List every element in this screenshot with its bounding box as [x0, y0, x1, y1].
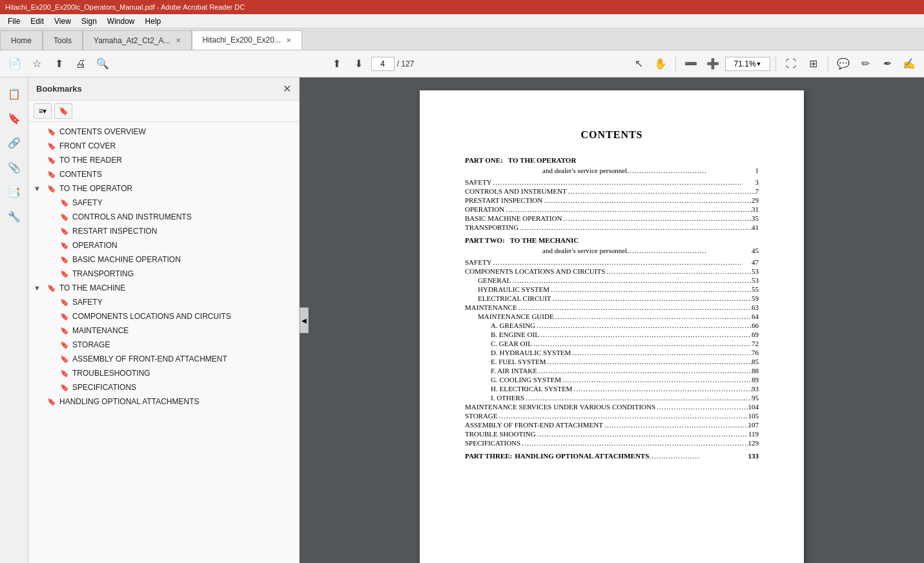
toc-entry-label: BASIC MACHINE OPERATION: [465, 214, 562, 222]
print-button[interactable]: 🖨: [71, 54, 90, 74]
bookmark-storage[interactable]: 🔖 STORAGE: [28, 338, 299, 352]
bookmark-specifications[interactable]: 🔖 SPECIFICATIONS: [28, 380, 299, 394]
bookmark-icon-7: 🔖: [59, 213, 70, 221]
menu-file[interactable]: File: [3, 15, 25, 27]
toc-entry-page: 59: [752, 294, 759, 302]
zoom-dropdown-icon[interactable]: ▼: [756, 61, 762, 67]
comment-button[interactable]: 💬: [834, 54, 853, 74]
toc-entry: I. OTHERS ..............................…: [465, 394, 759, 402]
bookmark-assembly[interactable]: 🔖 ASSEMBLY OF FRONT-END ATTACHMENT: [28, 352, 299, 366]
tab-hitachi-close[interactable]: ✕: [286, 37, 291, 44]
next-page-button[interactable]: ⬇: [349, 54, 369, 74]
sidebar-collapse-button[interactable]: ◀: [300, 307, 309, 333]
tab-home[interactable]: Home: [0, 30, 43, 50]
tab-yamaha-close[interactable]: ✕: [176, 37, 181, 44]
bookmark-basic-machine[interactable]: 🔖 BASIC MACHINE OPERATION: [28, 252, 299, 267]
toc-entry-dots: ........................................…: [567, 187, 755, 195]
toc-entry-label: CONTROLS AND INSTRUMENT: [465, 187, 567, 195]
sidebar-add-bookmark-button[interactable]: 🔖: [54, 103, 72, 119]
bookmark-front-cover[interactable]: 🔖 FRONT COVER: [28, 139, 299, 153]
bookmark-to-the-reader[interactable]: 🔖 TO THE READER: [28, 153, 299, 167]
bookmark-contents[interactable]: 🔖 CONTENTS: [28, 167, 299, 181]
pdf-page: CONTENTS PART ONE: TO THE OPERATOR and d…: [420, 90, 804, 563]
bookmark-button[interactable]: ☆: [27, 54, 46, 74]
sidebar-menu-button[interactable]: ≡▾: [34, 103, 52, 119]
bookmark-safety-1[interactable]: 🔖 SAFETY: [28, 196, 299, 210]
sign-button[interactable]: ✍: [899, 54, 919, 74]
share-button[interactable]: ⬆: [49, 54, 68, 74]
sidebar-close-button[interactable]: ✕: [283, 83, 291, 95]
menu-help[interactable]: Help: [140, 15, 167, 27]
bookmark-maintenance[interactable]: 🔖 MAINTENANCE: [28, 323, 299, 338]
tab-hitachi[interactable]: Hitachi_Ex200_Ex20... ✕: [192, 30, 302, 50]
toc-entry-label: TRANSPORTING: [465, 223, 518, 231]
page-total: / 127: [397, 59, 415, 68]
toc-entry-page: 47: [752, 258, 759, 266]
bookmark-icon-16: 🔖: [59, 341, 70, 349]
draw-button[interactable]: ✒: [878, 54, 897, 74]
toc-entry-page: 35: [752, 214, 759, 222]
left-layers-icon[interactable]: 🔗: [3, 132, 25, 154]
bookmark-troubleshooting[interactable]: 🔖 TROUBLESHOOTING: [28, 366, 299, 380]
bm-toggle-machine[interactable]: ▼: [34, 284, 44, 292]
toc-entry-dots: ........................................…: [542, 196, 752, 204]
left-tool-icon[interactable]: 🔧: [3, 205, 25, 227]
toc-entry-dots: ........................................…: [518, 223, 752, 231]
zoom-in-button[interactable]: ➕: [703, 54, 723, 74]
menu-edit[interactable]: Edit: [25, 15, 49, 27]
bookmark-to-the-machine[interactable]: ▼ 🔖 TO THE MACHINE: [28, 281, 299, 295]
bookmark-components[interactable]: 🔖 COMPONENTS LOCATIONS AND CIRCUITS: [28, 309, 299, 323]
main-area: 📋 🔖 🔗 📎 📑 🔧 Bookmarks ✕ ≡▾ 🔖 🔖 CONTENTS …: [0, 77, 924, 563]
bookmark-to-the-operator[interactable]: ▼ 🔖 TO THE OPERATOR: [28, 181, 299, 196]
menu-window[interactable]: Window: [102, 15, 140, 27]
part-three-title: HANDLING OPTIONAL ATTACHMENTS: [515, 452, 649, 460]
toc-entry-dots: ........................................…: [655, 403, 748, 411]
bm-toggle-operator[interactable]: ▼: [34, 185, 44, 192]
find-button[interactable]: 🔍: [93, 54, 112, 74]
sidebar-toolbar: ≡▾ 🔖: [28, 101, 299, 122]
toc-entry-dots: ........................................…: [571, 349, 752, 356]
hand-tool[interactable]: ✋: [651, 54, 670, 74]
toc-entry: CONTROLS AND INSTRUMENT ................…: [465, 187, 759, 195]
toc-entry-page: 85: [752, 358, 759, 365]
left-new-icon[interactable]: 📋: [3, 83, 25, 105]
toc-entry: H. ELECTRICAL SYSTEM ...................…: [465, 385, 759, 393]
toc-entry: SAFETY .................................…: [465, 258, 759, 266]
left-pages-icon[interactable]: 📑: [3, 181, 25, 203]
menu-bar: File Edit View Sign Window Help: [0, 14, 924, 28]
bm-label-18: TROUBLESHOOTING: [72, 369, 294, 378]
bookmark-icon-6: 🔖: [59, 199, 70, 207]
bookmark-icon-19: 🔖: [59, 384, 70, 392]
prev-page-button[interactable]: ⬆: [327, 54, 347, 74]
bookmark-handling-optional[interactable]: 🔖 HANDLING OPTIONAL ATTACHMENTS: [28, 394, 299, 409]
zoom-display[interactable]: 71.1% ▼: [725, 57, 770, 71]
toc-entry-label: B. ENGINE OIL: [491, 331, 539, 338]
bookmark-controls[interactable]: 🔖 CONTROLS AND INSTRUMENTS: [28, 210, 299, 224]
bm-label-3: TO THE READER: [59, 156, 294, 165]
view-options-button[interactable]: ⊞: [803, 54, 823, 74]
bookmark-transporting[interactable]: 🔖 TRANSPORTING: [28, 267, 299, 281]
tab-yamaha[interactable]: Yamaha_At2_Ct2_A... ✕: [83, 30, 192, 50]
part-two-sub: and dealer's service personnel: [542, 247, 627, 254]
bookmark-restart[interactable]: 🔖 RESTART INSPECTION: [28, 224, 299, 238]
fit-page-button[interactable]: ⛶: [781, 54, 801, 74]
bookmark-operation[interactable]: 🔖 OPERATION: [28, 238, 299, 252]
page-input[interactable]: [371, 57, 395, 71]
bookmark-icon-11: 🔖: [59, 270, 70, 278]
bm-label-14: COMPONENTS LOCATIONS AND CIRCUITS: [72, 312, 294, 321]
tab-tools[interactable]: Tools: [43, 30, 83, 50]
part-two-label: PART TWO:: [465, 236, 505, 244]
toc-entry: HYDRAULIC SYSTEM .......................…: [465, 285, 759, 293]
toc-entry-dots: ........................................…: [511, 276, 752, 284]
new-button[interactable]: 📄: [5, 54, 25, 74]
bookmark-contents-overview[interactable]: 🔖 CONTENTS OVERVIEW: [28, 125, 299, 139]
zoom-out-button[interactable]: ➖: [681, 54, 701, 74]
left-attachment-icon[interactable]: 📎: [3, 156, 25, 178]
left-bookmark-icon[interactable]: 🔖: [3, 107, 25, 129]
toc-entry-dots: ........................................…: [603, 421, 748, 429]
menu-sign[interactable]: Sign: [76, 15, 102, 27]
menu-view[interactable]: View: [49, 15, 76, 27]
cursor-tool[interactable]: ↖: [629, 54, 648, 74]
bookmark-safety-2[interactable]: 🔖 SAFETY: [28, 295, 299, 309]
highlight-button[interactable]: ✏: [856, 54, 875, 74]
